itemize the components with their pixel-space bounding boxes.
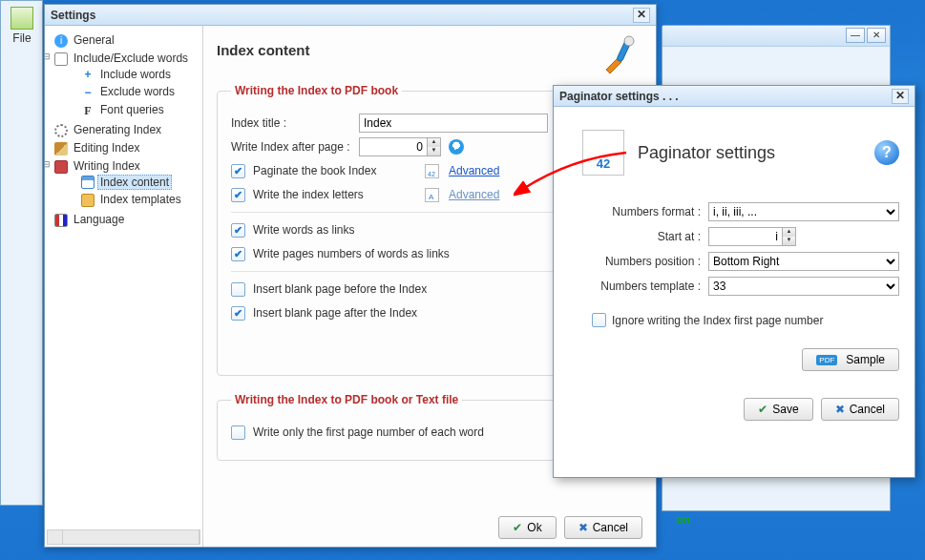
first-page-only-checkbox[interactable]	[231, 425, 245, 440]
paginate-label: Paginate the book Index	[253, 164, 417, 177]
tree-generating-index[interactable]: Generating Index	[71, 122, 164, 137]
start-at-spinner[interactable]: ▲▼	[708, 227, 796, 246]
bg-close-button[interactable]: ✕	[867, 28, 886, 43]
letters-advanced-link[interactable]: Advanced	[449, 188, 499, 201]
spin-down[interactable]: ▼	[427, 147, 440, 156]
pencil-icon	[54, 142, 68, 156]
blank-before-checkbox[interactable]	[231, 282, 245, 297]
pages-links-checkbox[interactable]	[231, 247, 245, 261]
svg-point-1	[624, 36, 634, 46]
doc-icon	[54, 52, 68, 66]
paginate-advanced-icon	[425, 164, 439, 178]
numbers-position-select[interactable]: Bottom Right	[708, 252, 899, 271]
content-icon	[81, 176, 95, 189]
tree-include-words[interactable]: Include words	[97, 67, 174, 82]
index-title-label: Index title :	[231, 116, 351, 130]
tree-include-exclude[interactable]: Include/Exclude words	[71, 51, 191, 66]
file-label: File	[7, 31, 37, 45]
help-icon[interactable]: ?	[874, 140, 899, 165]
paginator-icon: 42	[582, 130, 624, 176]
settings-tree[interactable]: iGeneral Include/Exclude words +Include …	[45, 26, 203, 547]
tree-font-queries[interactable]: Font queries	[97, 102, 167, 117]
numbers-format-label: Numbers format :	[569, 205, 708, 218]
words-links-checkbox[interactable]	[231, 223, 245, 238]
pdf-badge-icon: PDF	[816, 355, 837, 365]
words-links-label: Write words as links	[253, 223, 354, 237]
info-icon: i	[54, 34, 68, 48]
numbers-template-label: Numbers template :	[569, 280, 708, 293]
tree-writing-index[interactable]: Writing Index	[71, 158, 143, 174]
tree-index-templates[interactable]: Index templates	[97, 192, 184, 207]
panel-title: Index content	[217, 42, 600, 58]
book-icon	[54, 160, 68, 174]
paginator-save-button[interactable]: ✔Save	[744, 398, 812, 421]
letters-advanced-icon	[425, 188, 439, 202]
minus-icon: −	[81, 86, 95, 99]
x-icon: ✖	[578, 521, 588, 534]
paginate-checkbox[interactable]	[231, 164, 245, 178]
tree-scrollbar[interactable]	[47, 529, 200, 545]
tools-icon	[600, 33, 642, 78]
settings-close-button[interactable]: ✕	[633, 8, 650, 23]
start-at-label: Start at :	[569, 230, 708, 243]
write-after-spinner[interactable]: ▲▼	[359, 137, 441, 156]
group1-legend: Writing the Index to PDF book	[231, 84, 402, 97]
letters-label: Write the index letters	[253, 188, 417, 201]
letters-checkbox[interactable]	[231, 188, 245, 202]
paginator-titlebar[interactable]: Paginator settings . . . ✕	[554, 86, 914, 107]
tree-exclude-words[interactable]: Exclude words	[97, 84, 178, 99]
spin-down[interactable]: ▼	[782, 237, 795, 245]
check-icon: ✔	[758, 403, 767, 416]
group2-legend: Writing the Index to PDF book or Text fi…	[231, 393, 462, 406]
ignore-first-checkbox[interactable]	[592, 313, 606, 327]
bg-minimize-button[interactable]: —	[846, 28, 865, 43]
font-icon: F	[81, 104, 95, 117]
settings-title: Settings	[51, 9, 95, 22]
numbers-position-label: Numbers position :	[569, 255, 708, 268]
template-icon	[81, 194, 95, 207]
spin-up[interactable]: ▲	[782, 228, 795, 237]
index-title-input[interactable]	[359, 114, 548, 133]
first-page-only-label: Write only the first page number of each…	[253, 425, 484, 439]
numbers-format-select[interactable]: i, ii, iii, ...	[708, 202, 899, 221]
paginator-dialog: Paginator settings . . . ✕ 42 Paginator …	[553, 85, 915, 478]
blank-after-checkbox[interactable]	[231, 306, 245, 321]
paginator-cancel-button[interactable]: ✖Cancel	[821, 398, 899, 421]
flag-icon	[54, 214, 68, 227]
background-window-left: File	[0, 0, 43, 506]
file-icon	[11, 7, 33, 30]
write-after-label: Write Index after page :	[231, 140, 351, 154]
blank-before-label: Insert blank page before the Index	[253, 282, 427, 296]
pages-links-label: Write pages numbers of words as links	[253, 247, 450, 260]
paginator-title: Paginator settings . . .	[559, 90, 679, 103]
tree-general[interactable]: General	[71, 32, 117, 48]
x-icon: ✖	[835, 403, 845, 416]
tree-index-content[interactable]: Index content	[97, 175, 172, 190]
numbers-template-select[interactable]: 33	[708, 277, 899, 296]
paginator-close-button[interactable]: ✕	[892, 89, 909, 104]
blank-after-label: Insert blank page after the Index	[253, 306, 417, 320]
tree-editing-index[interactable]: Editing Index	[71, 140, 142, 156]
paginate-advanced-link[interactable]: Advanced	[449, 164, 499, 177]
write-after-input[interactable]	[360, 138, 427, 156]
settings-ok-button[interactable]: ✔Ok	[498, 516, 556, 539]
sample-button[interactable]: PDFSample	[802, 348, 899, 371]
gear-icon	[54, 124, 68, 137]
settings-titlebar[interactable]: Settings ✕	[45, 5, 656, 26]
plus-icon: +	[81, 68, 95, 81]
ignore-first-label: Ignore writing the Index first page numb…	[612, 314, 823, 327]
paginator-heading: Paginator settings	[638, 143, 775, 163]
warning-icon[interactable]	[449, 139, 464, 155]
settings-cancel-button[interactable]: ✖Cancel	[564, 516, 642, 539]
start-at-input[interactable]	[709, 228, 782, 245]
file-menu-button[interactable]: File	[7, 7, 37, 45]
background-on-label: on	[676, 513, 690, 527]
tree-language[interactable]: Language	[71, 212, 127, 227]
spin-up[interactable]: ▲	[427, 138, 440, 147]
check-icon: ✔	[513, 521, 522, 534]
